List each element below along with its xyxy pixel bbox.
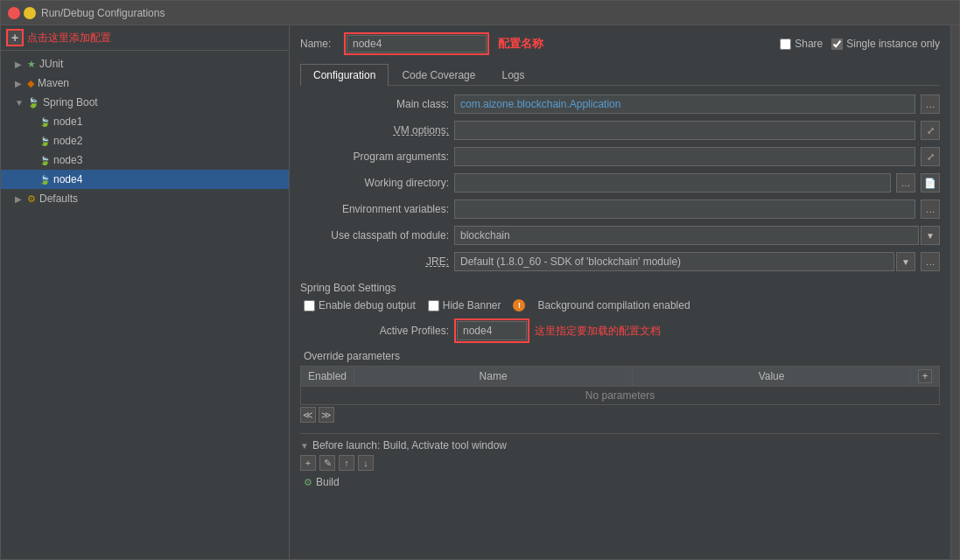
program-args-input[interactable] xyxy=(454,147,915,166)
working-dir-file-button[interactable]: 📄 xyxy=(921,173,940,192)
jre-dropdown-arrow[interactable]: ▼ xyxy=(896,252,915,271)
node3-label: node3 xyxy=(53,154,82,166)
before-launch-toolbar: + ✎ ↑ ↓ xyxy=(300,455,940,471)
tab-code-coverage[interactable]: Code Coverage xyxy=(389,64,488,86)
program-args-expand-button[interactable]: ⤢ xyxy=(921,147,940,166)
build-icon: ⚙ xyxy=(304,477,312,488)
main-class-browse-button[interactable]: … xyxy=(921,94,940,114)
hide-banner-label: Hide Banner xyxy=(428,299,501,312)
run-debug-configurations-window: Run/Debug Configurations + 点击这里添加配置 ▶ ★ … xyxy=(0,0,960,560)
minimize-button[interactable] xyxy=(24,7,36,19)
add-configuration-button[interactable]: + xyxy=(6,29,24,46)
share-checkbox[interactable] xyxy=(780,38,791,50)
tree-item-junit[interactable]: ▶ ★ JUnit xyxy=(1,54,289,74)
window-controls xyxy=(8,7,36,19)
vm-options-row: VM options: ⤢ xyxy=(300,121,940,140)
expand-arrow-spring: ▼ xyxy=(15,98,24,108)
hide-banner-text: Hide Banner xyxy=(443,299,501,312)
hide-banner-checkbox[interactable] xyxy=(428,300,439,312)
info-icon: ! xyxy=(513,299,525,312)
before-launch-section: ▼ Before launch: Build, Activate tool wi… xyxy=(300,433,940,490)
node4-icon: 🍃 xyxy=(39,175,50,185)
plus-icon: + xyxy=(11,31,18,45)
before-launch-label: Before launch: Build, Activate tool wind… xyxy=(312,439,507,452)
before-launch-add-button[interactable]: + xyxy=(300,455,316,471)
single-instance-checkbox-label: Single instance only xyxy=(831,38,940,50)
enable-debug-label: Enable debug output xyxy=(304,299,416,312)
vm-options-expand-button[interactable]: ⤢ xyxy=(921,121,940,140)
spring-boot-settings-section: Spring Boot Settings Enable debug output… xyxy=(300,278,940,423)
table-scroll-right[interactable]: ≫ xyxy=(319,407,334,423)
table-scroll-left[interactable]: ≪ xyxy=(300,407,316,423)
active-profiles-annotation: 这里指定要加载的配置文档 xyxy=(535,324,661,339)
tree-item-node3[interactable]: 🍃 node3 xyxy=(1,150,289,170)
jre-browse-button[interactable]: … xyxy=(921,252,940,271)
defaults-label: Defaults xyxy=(39,192,78,205)
working-dir-input[interactable] xyxy=(454,173,891,192)
active-profiles-input[interactable] xyxy=(457,321,527,340)
no-parameters-text: No parameters xyxy=(301,387,940,405)
share-checkbox-label: Share xyxy=(780,38,823,50)
spring-icon: 🍃 xyxy=(27,97,39,108)
add-annotation: 点击这里添加配置 xyxy=(27,31,111,46)
module-select[interactable]: blockchain xyxy=(454,226,919,245)
working-dir-label: Working directory: xyxy=(300,177,449,189)
build-label: Build xyxy=(316,476,340,488)
before-launch-title: ▼ Before launch: Build, Activate tool wi… xyxy=(300,439,940,452)
maven-icon: ◆ xyxy=(27,78,34,89)
tree-item-spring-boot[interactable]: ▼ 🍃 Spring Boot xyxy=(1,93,289,112)
single-instance-checkbox[interactable] xyxy=(831,38,843,50)
working-dir-browse-button[interactable]: … xyxy=(896,173,915,192)
spring-boot-checkboxes-row: Enable debug output Hide Banner ! Backgr… xyxy=(300,299,940,312)
node2-icon: 🍃 xyxy=(39,136,50,146)
expand-arrow-junit: ▶ xyxy=(15,60,24,69)
tree-item-node2[interactable]: 🍃 node2 xyxy=(1,131,289,150)
no-parameters-row: No parameters xyxy=(301,387,940,405)
before-launch-item-build: ⚙ Build xyxy=(300,474,940,490)
tree-item-node1[interactable]: 🍃 node1 xyxy=(1,112,289,131)
name-input[interactable] xyxy=(347,35,487,52)
node4-label: node4 xyxy=(53,173,82,186)
env-vars-browse-button[interactable]: … xyxy=(921,200,940,219)
env-vars-row: Environment variables: … xyxy=(300,200,940,219)
override-table-wrap: Enabled Name Value + No xyxy=(300,366,940,405)
share-label: Share xyxy=(795,38,823,50)
col-name: Name xyxy=(354,367,633,387)
tree-item-node4[interactable]: 🍃 node4 xyxy=(1,170,289,189)
add-parameter-button[interactable]: + xyxy=(918,369,932,383)
right-scrollbar[interactable] xyxy=(950,25,959,559)
jre-select[interactable]: Default (1.8.0_60 - SDK of 'blockchain' … xyxy=(454,252,894,271)
tree-item-defaults[interactable]: ▶ ⚙ Defaults xyxy=(1,189,289,208)
env-vars-input[interactable] xyxy=(454,200,915,219)
module-select-wrap: blockchain ▼ xyxy=(454,226,940,245)
node3-icon: 🍃 xyxy=(39,156,50,165)
name-annotation: 配置名称 xyxy=(498,36,543,52)
main-content: + 点击这里添加配置 ▶ ★ JUnit ▶ ◆ Maven xyxy=(1,25,959,559)
module-dropdown-arrow[interactable]: ▼ xyxy=(921,226,940,245)
col-value: Value xyxy=(633,367,911,387)
override-title: Override parameters xyxy=(300,350,940,362)
override-table: Enabled Name Value + No xyxy=(300,366,940,405)
before-launch-edit-button[interactable]: ✎ xyxy=(319,455,335,471)
left-toolbar: + 点击这里添加配置 xyxy=(1,25,289,51)
enable-debug-checkbox[interactable] xyxy=(304,300,315,312)
main-class-input[interactable] xyxy=(454,94,915,114)
env-vars-label: Environment variables: xyxy=(300,203,449,215)
triangle-icon: ▼ xyxy=(300,441,309,451)
before-launch-down-button[interactable]: ↓ xyxy=(358,455,374,471)
tab-logs[interactable]: Logs xyxy=(488,64,537,86)
tree-item-maven[interactable]: ▶ ◆ Maven xyxy=(1,74,289,93)
vm-options-input[interactable] xyxy=(454,121,915,140)
name-input-highlight xyxy=(344,32,489,55)
tab-configuration[interactable]: Configuration xyxy=(300,64,389,86)
maven-label: Maven xyxy=(38,77,69,89)
jre-row: JRE: Default (1.8.0_60 - SDK of 'blockch… xyxy=(300,252,940,271)
working-dir-row: Working directory: … 📄 xyxy=(300,173,940,192)
background-compilation-text: Background compilation enabled xyxy=(537,299,690,312)
close-button[interactable] xyxy=(8,7,20,19)
enable-debug-text: Enable debug output xyxy=(319,299,416,312)
col-add: + xyxy=(911,367,940,387)
spring-boot-settings-title: Spring Boot Settings xyxy=(300,282,940,294)
active-profiles-row: Active Profiles: 这里指定要加载的配置文档 xyxy=(300,318,940,343)
before-launch-up-button[interactable]: ↑ xyxy=(339,455,354,471)
